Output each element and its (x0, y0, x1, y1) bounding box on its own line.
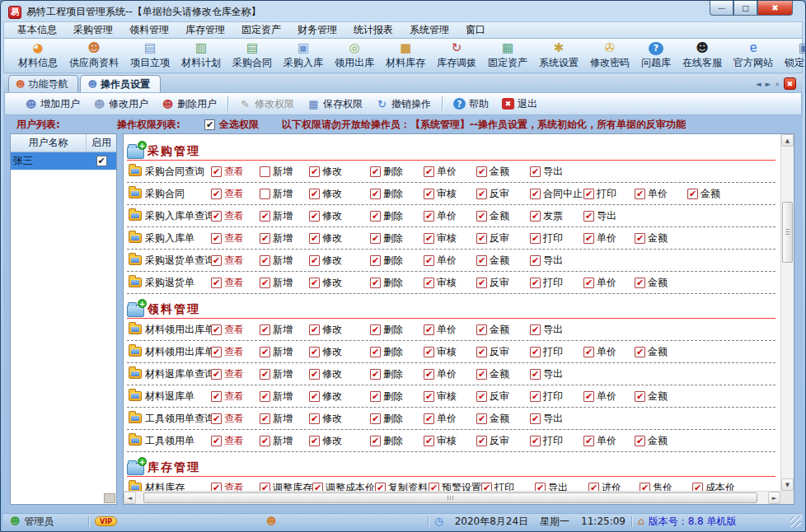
permission-checkbox-item[interactable]: ✔导出 (583, 209, 635, 223)
checkbox-icon[interactable]: ✔ (424, 413, 434, 424)
scroll-down-icon[interactable]: ▼ (781, 478, 794, 491)
checkbox-icon[interactable]: ✔ (530, 189, 541, 199)
toolbar-button-project-setup[interactable]: ▤项目立项 (124, 39, 176, 72)
menu-item[interactable]: 窗口 (457, 21, 494, 39)
checkbox-icon[interactable]: ✔ (309, 347, 320, 357)
checkbox-icon[interactable]: ✔ (370, 347, 381, 357)
permission-checkbox-item[interactable]: ✔反审 (476, 187, 530, 201)
user-name-column-header[interactable]: 用户名称 (11, 134, 87, 152)
permission-checkbox-item[interactable]: ✔查看 (211, 434, 260, 448)
save-perms-button[interactable]: ▦保存权限 (301, 94, 369, 114)
checkbox-icon[interactable]: ✔ (211, 189, 222, 199)
checkbox-icon[interactable]: ✔ (211, 436, 222, 446)
menu-item[interactable]: 财务管理 (289, 21, 345, 39)
checkbox-icon[interactable]: ✔ (635, 233, 645, 244)
checkbox-icon[interactable]: ✔ (211, 324, 222, 335)
vertical-scrollbar[interactable]: ▲ ▼ (780, 134, 794, 491)
permission-checkbox-item[interactable]: ✔单价 (424, 165, 476, 179)
permission-checkbox-item[interactable]: ✔金额 (687, 187, 737, 201)
checkbox-icon[interactable]: ✔ (530, 211, 541, 222)
checkbox-icon[interactable]: ✔ (476, 436, 487, 446)
permission-checkbox-item[interactable]: ✔修改 (309, 367, 370, 381)
permission-checkbox-item[interactable]: ✔修改 (309, 209, 370, 223)
permission-checkbox-item[interactable]: ✔导出 (530, 367, 583, 381)
permission-checkbox-item[interactable]: ✔审核 (424, 390, 476, 404)
minimize-button[interactable]: — (710, 1, 733, 16)
permission-checkbox-item[interactable]: ✔修改 (309, 231, 370, 245)
checkbox-icon[interactable]: ✔ (424, 391, 434, 402)
permission-checkbox-item[interactable]: ✔金额 (635, 276, 687, 290)
permission-checkbox-item[interactable]: ✔查看 (211, 345, 260, 359)
checkbox-icon[interactable]: ✔ (635, 278, 645, 288)
checkbox-icon[interactable]: ✔ (309, 278, 320, 288)
horizontal-scroll-thumb[interactable] (143, 492, 757, 503)
permission-checkbox-item[interactable]: ✔修改 (309, 323, 370, 337)
checkbox-icon[interactable]: ✔ (211, 166, 222, 177)
checkbox-icon[interactable]: ✔ (424, 369, 434, 380)
checkbox-icon[interactable]: ✔ (692, 483, 703, 492)
permission-checkbox-item[interactable]: ✔修改 (309, 434, 370, 448)
permission-checkbox-item[interactable]: ✔删除 (370, 345, 424, 359)
checkbox-icon[interactable]: ✔ (583, 211, 594, 222)
checkbox-icon[interactable]: ✔ (211, 255, 222, 266)
permission-checkbox-item[interactable]: ✔进价 (588, 481, 640, 492)
menu-item[interactable]: 基本信息 (9, 21, 65, 39)
permission-checkbox-item[interactable]: ✔修改 (309, 165, 370, 179)
checkbox-icon[interactable]: ✔ (530, 369, 541, 380)
permission-checkbox-item[interactable]: ✔反审 (476, 231, 530, 245)
checkbox-icon[interactable]: ✔ (583, 436, 594, 446)
checkbox-icon[interactable]: ✔ (211, 413, 222, 424)
permission-checkbox-item[interactable]: ✔打印 (530, 276, 583, 290)
permission-checkbox-item[interactable]: ✔修改 (309, 254, 370, 268)
toolbar-button-system-settings[interactable]: ✱系统设置 (533, 39, 584, 72)
checkbox-icon[interactable]: ✔ (260, 324, 270, 335)
checkbox-icon[interactable]: ✔ (370, 436, 381, 446)
checkbox-icon[interactable]: ✔ (370, 233, 381, 244)
permission-checkbox-item[interactable]: ✔审核 (424, 276, 476, 290)
checkbox-icon[interactable]: ✔ (211, 347, 222, 357)
permission-checkbox-item[interactable]: ✔新增 (260, 345, 309, 359)
checkbox-icon[interactable]: ✔ (260, 347, 270, 357)
toolbar-button-official-website[interactable]: e官方网站 (728, 39, 779, 72)
select-all-checkbox-icon[interactable]: ✔ (204, 119, 215, 130)
permission-checkbox-item[interactable]: ✔删除 (370, 323, 424, 337)
permission-checkbox-item[interactable]: ✔单价 (583, 434, 635, 448)
checkbox-icon[interactable]: ✔ (583, 391, 594, 402)
checkbox-icon[interactable]: ✔ (476, 391, 487, 402)
checkbox-icon[interactable]: ✔ (530, 255, 541, 266)
permission-checkbox-item[interactable]: ✔查看 (211, 187, 260, 201)
checkbox-icon[interactable]: ✔ (309, 233, 320, 244)
permission-checkbox-item[interactable]: ✔导出 (530, 323, 583, 337)
permission-checkbox-item[interactable]: ✔打印 (481, 481, 535, 492)
checkbox-icon[interactable]: ✔ (211, 278, 222, 288)
permission-checkbox-item[interactable]: ✔打印 (530, 345, 583, 359)
permission-checkbox-item[interactable]: ✔金额 (476, 165, 530, 179)
toolbar-button-fixed-assets[interactable]: ▦固定资产 (482, 39, 533, 72)
permission-checkbox-item[interactable]: ✔复制资料 (375, 481, 429, 492)
checkbox-icon[interactable]: ✔ (309, 166, 320, 177)
edit-user-button[interactable]: ☻修改用户 (87, 94, 155, 114)
permission-checkbox-item[interactable]: ✔金额 (635, 434, 687, 448)
permission-checkbox-item[interactable]: ✔新增 (260, 323, 309, 337)
checkbox-icon[interactable]: ✔ (530, 233, 541, 244)
permission-checkbox-item[interactable]: ✔导出 (530, 165, 583, 179)
maximize-button[interactable]: □ (733, 1, 757, 16)
menu-item[interactable]: 系统管理 (401, 21, 457, 39)
checkbox-icon[interactable]: ✔ (424, 189, 434, 199)
checkbox-icon[interactable]: ✔ (481, 483, 492, 492)
permission-checkbox-item[interactable]: ✔删除 (370, 412, 424, 426)
checkbox-icon[interactable]: ✔ (370, 413, 381, 424)
permission-checkbox-item[interactable]: ✔删除 (370, 367, 424, 381)
checkbox-icon[interactable]: ✔ (476, 233, 487, 244)
permission-checkbox-item[interactable]: ✔单价 (424, 323, 476, 337)
permission-checkbox-item[interactable]: ✔删除 (370, 187, 424, 201)
checkbox-icon[interactable]: ✔ (583, 278, 594, 288)
checkbox-icon[interactable]: ✔ (309, 369, 320, 380)
checkbox-icon[interactable]: ✔ (260, 278, 270, 288)
checkbox-icon[interactable]: ✔ (370, 324, 381, 335)
permission-checkbox-item[interactable]: ✔审核 (424, 187, 476, 201)
permission-checkbox-item[interactable]: ✔金额 (476, 412, 530, 426)
permission-checkbox-item[interactable]: ✔单价 (424, 367, 476, 381)
checkbox-icon[interactable]: ✔ (476, 413, 487, 424)
checkbox-icon[interactable]: ✔ (424, 211, 434, 222)
